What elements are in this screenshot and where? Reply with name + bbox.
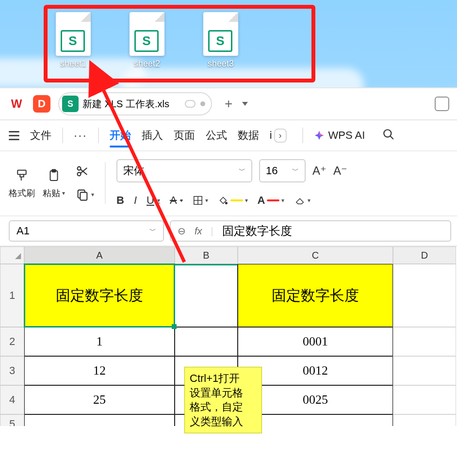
formula-bar: A1﹀ ⊖ fx | 固定数字长度 [0, 216, 457, 246]
font-size-select[interactable]: 16﹀ [259, 159, 306, 182]
row-header-3[interactable]: 3 [0, 356, 24, 385]
col-header-D[interactable]: D [393, 246, 456, 264]
borders-button[interactable]: ▾ [193, 195, 208, 206]
toolbar: 格式刷 粘贴▾ ▾ 宋体﹀ 16﹀ [0, 151, 457, 216]
file-icon: S [130, 12, 164, 56]
search-button[interactable] [382, 128, 395, 143]
col-header-B[interactable]: B [175, 246, 238, 264]
fill-color-button[interactable]: ▾ [218, 195, 248, 206]
cell-A2[interactable]: 1 [24, 327, 175, 356]
row-header-4[interactable]: 4 [0, 385, 24, 414]
document-tab[interactable]: S 新建 XLS 工作表.xls [58, 92, 212, 115]
row-header-1[interactable]: 1 [0, 264, 24, 327]
scissors-icon [76, 164, 89, 178]
font-family-select[interactable]: 宋体﹀ [116, 159, 252, 182]
file-label: sheet1 [60, 59, 86, 69]
ai-icon [314, 130, 325, 141]
file-label: sheet2 [134, 59, 160, 69]
wps-window: W D S 新建 XLS 工作表.xls + 文件 ··· 开始 插入 页面 公… [0, 87, 457, 476]
document-title: 新建 XLS 工作表.xls [82, 98, 169, 111]
desktop-file-sheet3[interactable]: S sheet3 [203, 12, 238, 69]
copy-button[interactable]: ▾ [76, 188, 94, 201]
eraser-button[interactable]: ▾ [294, 195, 310, 206]
format-brush-icon [15, 167, 29, 184]
cut-button[interactable] [76, 164, 94, 180]
file-icon: S [203, 12, 238, 56]
desktop-file-sheet2[interactable]: S sheet2 [130, 12, 164, 69]
formula-input[interactable]: ⊖ fx | 固定数字长度 [170, 220, 451, 242]
name-box[interactable]: A1﹀ [9, 220, 164, 242]
annotation-tooltip: Ctrl+1打开 设置单元格 格式，自定 义类型输入 [184, 367, 262, 433]
separator [98, 128, 99, 143]
cell-A4[interactable]: 25 [24, 385, 175, 414]
menu-insert[interactable]: 插入 [142, 128, 163, 143]
format-brush-button[interactable]: 格式刷 [9, 167, 35, 199]
cell-B1[interactable] [175, 264, 238, 327]
docer-logo-icon[interactable]: D [33, 95, 50, 113]
eraser-icon [294, 195, 306, 206]
fx-icon[interactable]: fx [195, 226, 202, 237]
menu-more-icon[interactable]: ··· [74, 128, 87, 143]
cell-A5[interactable] [24, 414, 175, 426]
cell-D2[interactable] [393, 327, 456, 356]
cell-C2[interactable]: 0001 [238, 327, 393, 356]
separator [302, 128, 303, 143]
row-header-2[interactable]: 2 [0, 327, 24, 356]
menu-truncated-text: i [270, 129, 272, 142]
window-restore-icon[interactable] [435, 97, 449, 111]
bold-button[interactable]: B [116, 194, 124, 207]
desktop-file-sheet1[interactable]: S sheet1 [56, 12, 91, 69]
wps-logo-icon[interactable]: W [8, 95, 25, 113]
col-header-C[interactable]: C [238, 246, 393, 264]
menu-formula[interactable]: 公式 [206, 128, 227, 143]
spreadsheet-grid[interactable]: ◢ A B C D 1 固定数字长度 固定数字长度 2 1 0001 3 12 … [0, 246, 457, 426]
cell-D5[interactable] [393, 414, 456, 426]
italic-button[interactable]: I [134, 194, 137, 207]
font-color-button[interactable]: A▾ [258, 194, 285, 207]
cell-B2[interactable] [175, 327, 238, 356]
expand-formula-icon[interactable]: ⊖ [178, 225, 186, 237]
spreadsheet-badge-icon: S [208, 30, 232, 52]
spreadsheet-badge-icon: S [134, 30, 159, 52]
hamburger-menu-icon[interactable] [9, 131, 19, 140]
tab-menu-icon[interactable] [185, 100, 196, 108]
separator [105, 162, 106, 204]
spreadsheet-badge-icon: S [61, 30, 85, 52]
strikethrough-button[interactable]: A▾ [170, 194, 183, 207]
paint-bucket-icon [218, 195, 228, 206]
cell-D1[interactable] [393, 264, 456, 327]
decrease-font-button[interactable]: A⁻ [333, 164, 347, 178]
menu-home[interactable]: 开始 [110, 128, 131, 143]
separator: | [211, 226, 213, 237]
svg-point-1 [384, 130, 392, 137]
spreadsheet-icon: S [62, 96, 79, 112]
tab-list-dropdown-icon[interactable] [242, 102, 248, 106]
cell-A1[interactable]: 固定数字长度 [24, 264, 175, 327]
menu-page[interactable]: 页面 [174, 128, 195, 143]
svg-point-15 [225, 202, 227, 204]
cell-C1[interactable]: 固定数字长度 [238, 264, 393, 327]
copy-icon [76, 188, 89, 201]
new-tab-button[interactable]: + [225, 96, 232, 112]
file-label: sheet3 [208, 59, 234, 69]
select-all-corner[interactable]: ◢ [0, 246, 24, 264]
menu-scroll-right-button[interactable]: › [274, 129, 287, 143]
fill-handle[interactable] [172, 324, 177, 329]
menu-data[interactable]: 数据 [238, 128, 259, 143]
underline-button[interactable]: U▾ [147, 194, 160, 207]
tab-status-dot-icon [200, 101, 205, 106]
borders-icon [193, 195, 203, 206]
formula-value: 固定数字长度 [222, 223, 292, 239]
menu-file[interactable]: 文件 [30, 128, 51, 143]
col-header-A[interactable]: A [24, 246, 175, 264]
cell-D4[interactable] [393, 385, 456, 414]
paste-button[interactable]: 粘贴▾ [43, 167, 65, 199]
file-icon: S [56, 12, 91, 56]
increase-font-button[interactable]: A⁺ [312, 164, 326, 178]
cell-D3[interactable] [393, 356, 456, 385]
cell-A3[interactable]: 12 [24, 356, 175, 385]
svg-line-2 [391, 136, 394, 139]
row-header-5[interactable]: 5 [0, 414, 24, 426]
wps-ai-button[interactable]: WPS AI [314, 129, 365, 142]
svg-rect-5 [52, 170, 56, 172]
